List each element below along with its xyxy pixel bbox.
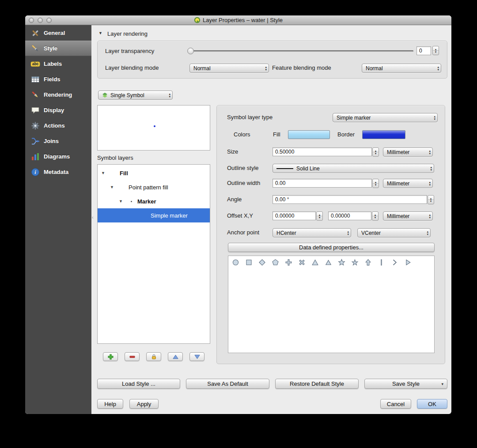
solid-line-sample-icon — [276, 168, 293, 169]
sidebar-item-actions[interactable]: Actions — [25, 118, 91, 133]
tree-row-point-pattern-fill[interactable]: ▼ Point pattern fill — [98, 180, 210, 194]
offset-x-input[interactable]: 0.00000 — [273, 211, 316, 220]
join-arrows-icon — [30, 136, 40, 146]
remove-symbol-layer-button[interactable] — [125, 352, 140, 361]
lock-color-button[interactable] — [146, 352, 161, 361]
size-input[interactable]: 0.50000 — [273, 147, 372, 156]
sidebar-item-labels[interactable]: abc Labels — [25, 56, 91, 72]
marker-shape-regular-star-icon[interactable] — [351, 259, 359, 266]
marker-shape-square-icon[interactable] — [245, 259, 253, 266]
stepper-down-icon[interactable]: ▾ — [433, 51, 439, 53]
zoom-button[interactable] — [46, 18, 52, 23]
anchor-vertical-select[interactable]: VCenter ▴▾ — [357, 228, 431, 237]
layer-blending-select[interactable]: Normal ▴▾ — [189, 64, 269, 73]
sidebar-item-diagrams[interactable]: Diagrams — [25, 149, 91, 164]
data-defined-properties-button[interactable]: Data defined properties... — [228, 243, 435, 252]
marker-shape-arrow-icon[interactable] — [364, 259, 372, 266]
marker-shape-triangle-icon[interactable] — [311, 259, 319, 266]
move-layer-up-button[interactable] — [168, 352, 183, 361]
angle-stepper[interactable]: ▴ ▾ — [428, 195, 434, 204]
marker-shape-equilateral-triangle-icon[interactable] — [325, 259, 332, 266]
offset-y-stepper[interactable]: ▴ ▾ — [372, 211, 379, 221]
marker-shape-cross-icon[interactable] — [285, 259, 292, 266]
marker-shape-star-icon[interactable] — [338, 259, 345, 266]
size-label: Size — [227, 148, 238, 155]
size-stepper[interactable]: ▴ ▾ — [372, 147, 379, 157]
sidebar-item-fields[interactable]: Fields — [25, 72, 91, 87]
outline-width-input[interactable]: 0.00 — [273, 179, 372, 188]
lock-icon — [151, 354, 157, 360]
marker-shape-pentagon-icon[interactable] — [272, 259, 279, 266]
expander-icon[interactable]: ▼ — [101, 171, 107, 175]
sidebar-item-display[interactable]: Display — [25, 102, 91, 118]
marker-shape-row — [228, 256, 434, 269]
border-color-swatch[interactable] — [362, 130, 405, 139]
stepper-down-icon[interactable]: ▾ — [373, 184, 379, 186]
stepper-down-icon[interactable]: ▾ — [317, 216, 322, 219]
restore-default-style-button[interactable]: Restore Default Style — [275, 379, 359, 389]
transparency-slider-thumb[interactable] — [187, 48, 194, 54]
outline-width-unit-value: Millimeter — [387, 181, 409, 187]
minimize-button[interactable] — [38, 18, 43, 23]
symbol-layer-properties-panel: Symbol layer type Simple marker ▴▾ Color… — [216, 105, 445, 364]
angle-input[interactable]: 0.00 ° — [273, 195, 427, 204]
move-layer-down-button[interactable] — [189, 352, 204, 361]
offset-unit-select[interactable]: Millimeter ▴▾ — [383, 211, 433, 221]
offset-y-input[interactable]: 0.00000 — [328, 211, 371, 220]
anchor-point-label: Anchor point — [227, 229, 259, 236]
tree-row-fill[interactable]: ▼ Fill — [98, 166, 210, 180]
outline-style-select[interactable]: Solid Line ▴▾ — [273, 164, 434, 173]
sidebar-item-style[interactable]: Style — [25, 41, 91, 56]
tree-row-simple-marker[interactable]: Simple marker — [98, 208, 210, 222]
single-symbol-icon — [102, 92, 108, 98]
close-button[interactable] — [29, 18, 34, 23]
outline-style-value: Solid Line — [296, 166, 320, 172]
load-style-button[interactable]: Load Style ... — [97, 379, 180, 389]
feature-blending-value: Normal — [366, 65, 383, 72]
anchor-horizontal-select[interactable]: HCenter ▴▾ — [273, 228, 351, 237]
feature-blending-select[interactable]: Normal ▴▾ — [362, 64, 441, 73]
fill-color-swatch[interactable] — [288, 130, 330, 139]
marker-shape-circle-icon[interactable] — [232, 259, 239, 266]
save-style-button[interactable]: Save Style ▾ — [364, 379, 447, 389]
sidebar-item-general[interactable]: General — [25, 25, 91, 41]
ok-button[interactable]: OK — [417, 399, 447, 409]
marker-shape-line-icon[interactable] — [378, 259, 385, 266]
tree-row-marker[interactable]: ▼ Marker — [98, 194, 210, 208]
stepper-down-icon[interactable]: ▾ — [373, 152, 379, 155]
outline-width-unit-select[interactable]: Millimeter ▴▾ — [383, 179, 433, 188]
save-style-label: Save Style — [392, 380, 420, 387]
info-icon: i — [30, 167, 40, 177]
offset-x-stepper[interactable]: ▴ ▾ — [316, 211, 323, 221]
symbol-layer-type-select[interactable]: Simple marker ▴▾ — [333, 113, 438, 122]
outline-width-label: Outline width — [227, 180, 260, 186]
transparency-stepper[interactable]: ▴ ▾ — [432, 46, 439, 55]
transparency-slider-track[interactable] — [189, 50, 413, 52]
outline-width-stepper[interactable]: ▴ ▾ — [372, 179, 379, 188]
marker-shape-arrowhead-icon[interactable] — [404, 259, 412, 266]
save-as-default-button[interactable]: Save As Default — [186, 379, 269, 389]
stepper-down-icon[interactable]: ▾ — [372, 216, 378, 219]
layer-rendering-disclosure-icon[interactable]: ▼ — [98, 31, 102, 35]
marker-shape-cross2-icon[interactable] — [298, 259, 306, 266]
splitter-handle[interactable]: ‹ — [92, 215, 94, 219]
save-style-menu-arrow-icon[interactable]: ▾ — [441, 382, 443, 386]
expander-icon[interactable]: ▼ — [119, 199, 125, 203]
add-symbol-layer-button[interactable] — [103, 352, 118, 361]
size-unit-select[interactable]: Millimeter ▴▾ — [383, 147, 433, 157]
apply-button[interactable]: Apply — [129, 399, 159, 409]
angle-label: Angle — [227, 196, 242, 203]
titlebar[interactable]: Layer Properties – water | Style — [25, 15, 451, 25]
feature-blending-label: Feature blending mode — [272, 64, 331, 71]
sidebar-item-metadata[interactable]: i Metadata — [25, 164, 91, 180]
expander-icon[interactable]: ▼ — [110, 185, 116, 189]
stepper-down-icon[interactable]: ▾ — [428, 200, 434, 203]
cancel-button[interactable]: Cancel — [380, 399, 411, 409]
marker-shape-diamond-icon[interactable] — [258, 259, 266, 266]
transparency-value-input[interactable]: 0 — [416, 46, 431, 55]
marker-shape-chevron-icon[interactable] — [391, 259, 398, 266]
renderer-select[interactable]: Single Symbol ▴▾ — [98, 90, 173, 100]
sidebar-item-joins[interactable]: Joins — [25, 133, 91, 149]
help-button[interactable]: Help — [97, 399, 123, 409]
sidebar-item-rendering[interactable]: Rendering — [25, 87, 91, 102]
